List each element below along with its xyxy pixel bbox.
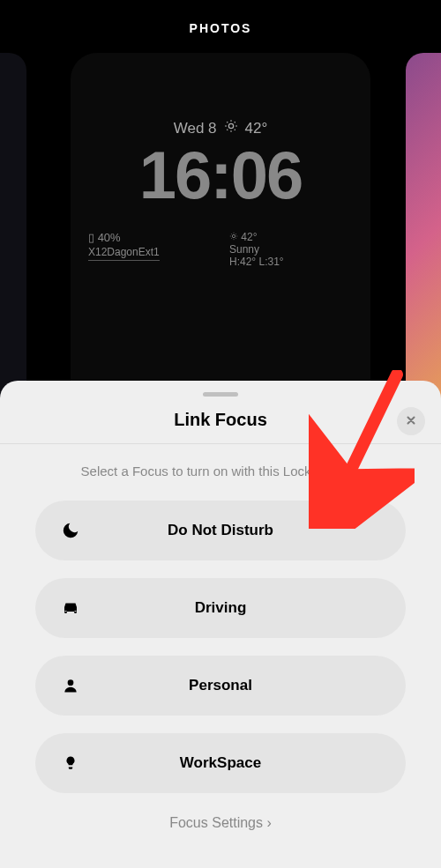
focus-label: WorkSpace <box>35 754 406 772</box>
battery-percent: 40% <box>98 231 121 244</box>
lockscreen-preview-card[interactable]: Wed 8 42° 16:06 ▯ 40% X12DagonExt1 42° S… <box>71 53 370 432</box>
weather-temp: 42° <box>241 231 257 243</box>
svg-point-1 <box>232 234 235 237</box>
focus-label: Do Not Disturb <box>35 522 406 539</box>
lockscreen-date: Wed 8 <box>174 120 217 137</box>
weather-hilo: H:42° L:31° <box>229 256 353 268</box>
focus-workspace[interactable]: WorkSpace <box>35 733 406 793</box>
sun-small-icon <box>229 231 241 243</box>
sun-icon <box>224 119 238 137</box>
sheet-header: Link Focus <box>0 405 441 444</box>
photos-header: PHOTOS <box>0 21 441 35</box>
weather-condition: Sunny <box>229 243 353 256</box>
adjacent-lockscreen-left[interactable] <box>0 53 26 432</box>
focus-settings-link[interactable]: Focus Settings › <box>0 815 441 831</box>
lockscreen-widgets: ▯ 40% X12DagonExt1 42° Sunny H:42° L:31° <box>88 231 353 268</box>
lockscreen-time: 16:06 <box>88 142 353 209</box>
battery-widget: ▯ 40% X12DagonExt1 <box>88 231 212 268</box>
focus-personal[interactable]: Personal <box>35 656 406 716</box>
link-focus-sheet: Link Focus Select a Focus to turn on wit… <box>0 381 441 868</box>
settings-label: Focus Settings <box>169 815 263 830</box>
wifi-name: X12DagonExt1 <box>88 246 160 261</box>
lockscreen-date-temp: 42° <box>245 120 268 137</box>
lockscreen-date-row: Wed 8 42° <box>88 119 353 137</box>
adjacent-lockscreen-right[interactable] <box>406 53 441 432</box>
svg-point-0 <box>228 123 233 128</box>
battery-icon: ▯ <box>88 231 94 244</box>
sheet-subtitle: Select a Focus to turn on with this Lock… <box>0 444 441 501</box>
close-button[interactable] <box>397 407 425 435</box>
weather-widget: 42° Sunny H:42° L:31° <box>212 231 353 268</box>
focus-label: Driving <box>35 599 406 617</box>
focus-list: Do Not Disturb Driving Personal WorkSpac… <box>0 501 441 793</box>
chevron-right-icon: › <box>266 815 271 830</box>
close-icon <box>405 412 417 431</box>
focus-do-not-disturb[interactable]: Do Not Disturb <box>35 501 406 560</box>
sheet-title: Link Focus <box>0 410 441 430</box>
focus-driving[interactable]: Driving <box>35 578 406 638</box>
focus-label: Personal <box>35 677 406 694</box>
sheet-grabber[interactable] <box>203 392 238 397</box>
